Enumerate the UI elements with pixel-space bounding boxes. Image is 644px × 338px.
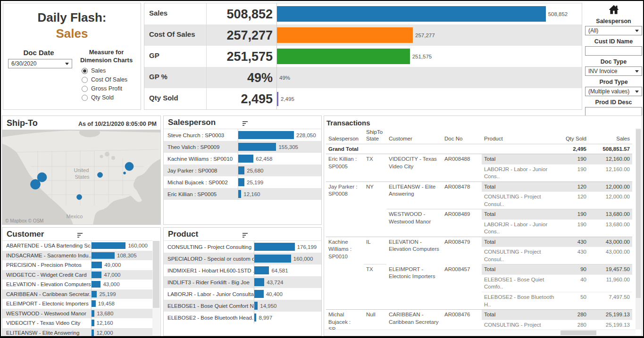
doc-no-cell[interactable]: AR008489 [442,209,482,237]
customer-scrollbar[interactable] [152,241,160,335]
qty-sold-cell[interactable]: 90 [560,264,589,275]
doc-date-dropdown[interactable]: 6/30/2020 [8,59,72,68]
doc-no-cell[interactable]: AR008457 [442,264,482,310]
sales-cell[interactable]: 43,000.00 [589,237,632,247]
total-product-cell[interactable]: Total [482,209,560,220]
bar-mark[interactable] [254,290,264,298]
column-header-customer[interactable]: Customer [386,128,442,144]
measure-radio-sales[interactable]: Sales [82,67,138,74]
doc-type-dropdown[interactable]: INV Invoice [585,66,642,76]
measure-radio-gross-profit[interactable]: Gross Profit [82,85,138,92]
product-cell[interactable]: ELEBOSE1 - Bose Quiet Comfo.. [482,274,560,292]
salesperson-filter-dropdown[interactable]: (All) [585,26,642,35]
sales-cell[interactable]: 19,457.50 [589,264,632,275]
map-dot-mark[interactable] [77,195,82,200]
prod-id-input[interactable] [585,107,642,116]
qty-sold-cell[interactable]: 190 [560,209,589,220]
sort-descending-icon[interactable] [243,233,249,238]
total-product-cell[interactable]: Total [482,310,560,320]
qty-sold-cell[interactable]: 50 [560,292,589,310]
cust-id-input[interactable] [585,46,642,56]
grand-total-sales[interactable]: 508,851.57 [589,144,632,154]
column-header-salesperson[interactable]: Salesperson [326,128,364,144]
sales-cell[interactable]: 13,680.00 [589,219,632,237]
map-dot-mark[interactable] [98,173,103,178]
customer-scrollbar-thumb[interactable] [153,241,159,308]
bar-mark[interactable] [92,252,115,259]
bar-mark[interactable] [238,178,244,186]
sales-cell[interactable]: 13,680.00 [589,209,632,220]
sales-cell[interactable]: 43,000.00 [589,247,632,264]
map-dot-mark[interactable] [125,162,134,171]
shipto-state-cell[interactable]: TX [364,154,386,182]
prod-type-dropdown[interactable]: (Multiple values) [585,87,642,96]
sort-descending-icon[interactable] [243,121,249,126]
bar-mark[interactable] [92,291,97,297]
sales-cell[interactable]: 12,000.00 [589,192,632,209]
map-dot-mark[interactable] [124,172,126,174]
customer-cell[interactable]: ELEIMPORT - Electonic Importers [386,264,442,310]
salesperson-cell[interactable]: Kachine Williams : SP0010 [326,237,364,309]
bar-mark[interactable] [254,266,269,274]
qty-sold-cell[interactable]: 430 [560,237,589,247]
qty-sold-cell[interactable]: 190 [560,154,589,165]
kpi-bar[interactable] [277,49,410,64]
bar-mark[interactable] [238,190,241,198]
ship-to-map[interactable]: United States Mexico © Mapbox © OSM [2,130,160,224]
qty-sold-cell[interactable]: 430 [560,247,589,264]
bar-mark[interactable] [254,278,264,286]
total-product-cell[interactable]: Total [482,181,560,192]
customer-cell[interactable]: ELITEANSW - Elite Answering [386,181,442,209]
bar-mark[interactable] [238,143,276,151]
kpi-bar[interactable] [277,92,278,106]
bar-mark[interactable] [92,300,96,307]
kpi-bar[interactable] [277,27,413,43]
product-cell[interactable]: CONSULTING - Project Consul.. [482,192,560,209]
bar-mark[interactable] [92,281,100,288]
column-header-sales[interactable]: Sales [589,128,632,144]
bar-mark[interactable] [92,330,94,336]
shipto-state-cell[interactable]: IL [364,237,386,264]
bar-mark[interactable] [254,255,291,263]
qty-sold-cell[interactable]: 120 [560,192,589,209]
grand-total-qty[interactable]: 2,495 [560,144,589,154]
transactions-vertical-scrollbar-thumb[interactable] [636,129,641,298]
customer-cell[interactable]: ELEVATION - Elevation Computers [386,237,442,264]
qty-sold-cell[interactable]: 280 [560,310,589,320]
sales-cell[interactable]: 12,160.00 [589,164,632,181]
bar-mark[interactable] [92,262,102,268]
map-dot-mark[interactable] [31,180,41,190]
shipto-state-cell[interactable]: NY [364,181,386,237]
total-product-cell[interactable]: Total [482,264,560,275]
bar-mark[interactable] [254,243,295,251]
bar-mark[interactable] [254,313,256,322]
bar-mark[interactable] [92,272,101,278]
bar-mark[interactable] [92,242,125,249]
column-header-product[interactable]: Product [482,128,560,144]
sales-cell[interactable]: 11,960.00 [589,274,632,292]
home-button[interactable] [585,4,642,15]
doc-no-cell[interactable]: AR008479 [442,237,482,264]
kpi-bar[interactable] [277,6,546,22]
column-header-shipto-state[interactable]: ShipTo State [364,128,386,144]
shipto-state-cell[interactable]: TX [364,264,386,310]
measure-radio-qty-sold[interactable]: Qty Sold [82,94,138,101]
total-product-cell[interactable]: Total [482,154,560,165]
bar-mark[interactable] [254,302,258,310]
measure-radio-cost-of-sales[interactable]: Cost Of Sales [82,76,138,83]
customer-cell[interactable]: WESTWOOD - Westwood Manor [386,209,442,237]
qty-sold-cell[interactable]: 40 [560,274,589,292]
bar-mark[interactable] [92,310,94,317]
product-cell[interactable]: ELEBOSE2 - Bose Bluetooth H.. [482,292,560,310]
sales-cell[interactable]: 7,497.50 [589,292,632,310]
sales-cell[interactable]: 12,160.00 [589,154,632,165]
grand-total-label[interactable]: Grand Total [326,144,560,154]
transactions-horizontal-scrollbar-thumb[interactable] [560,330,596,335]
bar-mark[interactable] [238,131,294,139]
product-cell[interactable]: LABORJR - Labor - Junior Cons.. [482,219,560,237]
customer-cell[interactable]: VIDEOCITY - Texas Video City [386,154,442,182]
doc-no-cell[interactable]: AR008478 [442,181,482,209]
bar-mark[interactable] [238,155,253,163]
product-cell[interactable]: CONSULTING - Project Consul.. [482,247,560,264]
column-header-qty-sold[interactable]: Qty Sold [560,128,589,144]
